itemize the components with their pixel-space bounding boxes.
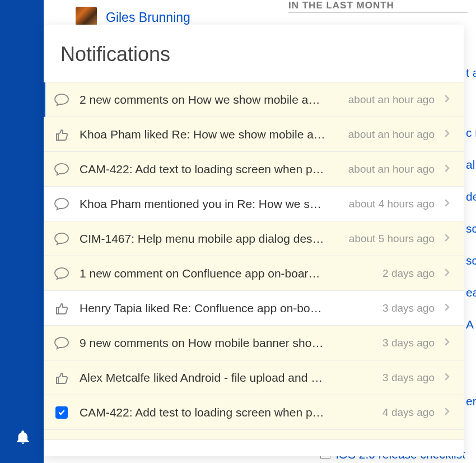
notification-item[interactable]: Alex Metcalfe liked Android - file uploa… bbox=[44, 360, 464, 395]
panel-title: Notifications bbox=[44, 25, 464, 82]
bell-icon bbox=[17, 430, 29, 444]
notification-text: Henry Tapia liked Re: Confluence app on-… bbox=[80, 302, 372, 315]
chevron-right-icon bbox=[445, 303, 452, 314]
notification-text: 9 new comments on How mobile banner sho… bbox=[80, 336, 372, 350]
notification-time: about an hour ago bbox=[348, 128, 435, 141]
chevron-right-icon bbox=[445, 337, 452, 349]
notification-item[interactable]: Khoa Pham mentioned you in Re: How we s…… bbox=[44, 187, 464, 221]
like-icon bbox=[54, 127, 69, 142]
username-link[interactable]: Giles Brunning bbox=[106, 10, 190, 25]
chevron-right-icon bbox=[445, 164, 452, 175]
notification-time: 3 days ago bbox=[382, 337, 435, 349]
comment-icon bbox=[54, 161, 69, 177]
notification-item-peek bbox=[44, 430, 464, 440]
bg-link-fragment[interactable]: er bbox=[466, 395, 476, 408]
app-sidebar bbox=[0, 0, 44, 463]
notification-item[interactable]: Khoa Pham liked Re: How we show mobile a… bbox=[44, 117, 464, 152]
notification-text: Khoa Pham liked Re: How we show mobile a… bbox=[80, 128, 338, 141]
section-header: IN THE LAST MONTH bbox=[288, 0, 394, 11]
notification-item[interactable]: 2 new comments on How we show mobile a…a… bbox=[44, 82, 464, 117]
notification-time: 3 days ago bbox=[382, 372, 435, 384]
notifications-panel: Notifications 2 new comments on How we s… bbox=[44, 25, 464, 456]
like-icon bbox=[54, 370, 69, 386]
notification-time: about an hour ago bbox=[348, 94, 435, 106]
notification-item[interactable]: CIM-1467: Help menu mobile app dialog de… bbox=[44, 221, 464, 256]
notifications-bell-button[interactable] bbox=[17, 430, 29, 446]
notification-text: CAM-422: Add text to loading screen when… bbox=[80, 163, 338, 176]
notification-item[interactable]: Henry Tapia liked Re: Confluence app on-… bbox=[44, 291, 464, 326]
notification-text: Alex Metcalfe liked Android - file uploa… bbox=[80, 371, 372, 385]
chevron-right-icon bbox=[445, 129, 452, 140]
comment-icon bbox=[54, 92, 69, 108]
comment-icon bbox=[54, 266, 69, 281]
comment-icon bbox=[54, 196, 69, 212]
bg-link-fragment[interactable]: c r bbox=[466, 126, 476, 140]
notification-text: CAM-422: Add test to loading screen when… bbox=[80, 406, 372, 419]
bg-link-fragment[interactable]: t a bbox=[466, 66, 476, 80]
comment-icon bbox=[54, 335, 69, 351]
notification-time: about 4 hours ago bbox=[349, 198, 435, 210]
chevron-right-icon bbox=[445, 198, 452, 210]
chevron-right-icon bbox=[445, 407, 452, 418]
chevron-right-icon bbox=[445, 233, 452, 244]
chevron-right-icon bbox=[445, 94, 452, 105]
notification-text: Khoa Pham mentioned you in Re: How we s… bbox=[80, 197, 339, 211]
comment-icon bbox=[54, 231, 69, 247]
notification-time: 4 days ago bbox=[382, 406, 435, 419]
notification-text: 1 new comment on Confluence app on-boar… bbox=[80, 267, 372, 280]
notification-item[interactable]: 9 new comments on How mobile banner sho…… bbox=[44, 326, 464, 360]
notification-time: about an hour ago bbox=[348, 163, 435, 175]
bg-link-fragment[interactable]: al bbox=[466, 158, 476, 172]
bg-link-fragment[interactable]: ea bbox=[466, 286, 476, 299]
notification-time: 2 days ago bbox=[382, 267, 435, 280]
notification-text: CIM-1467: Help menu mobile app dialog de… bbox=[80, 232, 339, 246]
task-icon bbox=[54, 405, 69, 420]
notification-time: 3 days ago bbox=[382, 302, 435, 314]
notification-time: about 5 hours ago bbox=[349, 233, 435, 245]
notification-item[interactable]: CAM-422: Add text to loading screen when… bbox=[44, 152, 464, 187]
bg-link-fragment[interactable]: de bbox=[466, 190, 476, 203]
notification-item[interactable]: 1 new comment on Confluence app on-boar…… bbox=[44, 256, 464, 291]
bg-link-fragment[interactable]: sc bbox=[466, 254, 476, 267]
chevron-right-icon bbox=[445, 372, 452, 383]
bg-link-fragment[interactable]: sc bbox=[466, 222, 476, 235]
notification-text: 2 new comments on How we show mobile a… bbox=[80, 93, 338, 107]
notification-item[interactable]: CAM-422: Add test to loading screen when… bbox=[44, 395, 464, 430]
like-icon bbox=[54, 300, 69, 316]
divider bbox=[288, 12, 468, 13]
notification-list: 2 new comments on How we show mobile a…a… bbox=[44, 82, 464, 440]
bg-link-fragment[interactable]: A bbox=[466, 318, 476, 331]
chevron-right-icon bbox=[445, 268, 452, 279]
background-links: t a c r al de sc sc ea A er bbox=[466, 66, 476, 408]
